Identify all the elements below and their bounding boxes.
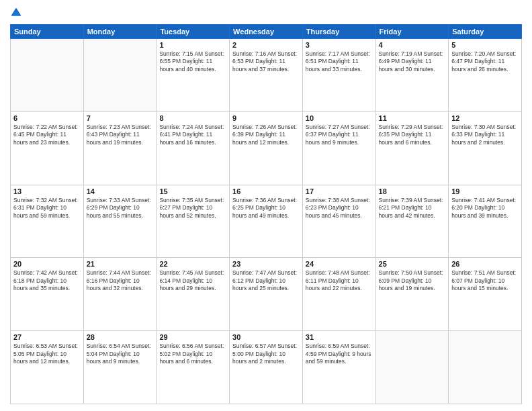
day-number: 19 [451,187,519,195]
calendar-cell: 11Sunrise: 7:29 AM Sunset: 6:35 PM Dayli… [375,111,449,185]
calendar-cell [449,331,522,404]
calendar-cell: 23Sunrise: 7:47 AM Sunset: 6:12 PM Dayli… [230,258,303,331]
day-info: Sunrise: 7:29 AM Sunset: 6:35 PM Dayligh… [379,124,446,146]
day-number: 12 [451,114,519,122]
day-number: 2 [232,41,300,49]
day-info: Sunrise: 7:17 AM Sunset: 6:51 PM Dayligh… [306,50,373,73]
day-number: 21 [87,260,154,268]
day-number: 25 [379,260,446,268]
day-number: 20 [13,260,81,268]
day-number: 1 [159,41,226,49]
day-number: 27 [13,333,81,341]
calendar-cell: 9Sunrise: 7:26 AM Sunset: 6:39 PM Daylig… [230,111,303,185]
day-info: Sunrise: 7:35 AM Sunset: 6:27 PM Dayligh… [159,197,226,220]
day-number: 8 [159,114,226,122]
day-number: 30 [232,333,300,341]
logo-icon [10,7,22,19]
day-info: Sunrise: 7:45 AM Sunset: 6:14 PM Dayligh… [159,269,226,292]
col-monday: Monday [83,25,157,39]
day-info: Sunrise: 7:41 AM Sunset: 6:20 PM Dayligh… [451,197,519,220]
day-info: Sunrise: 7:42 AM Sunset: 6:18 PM Dayligh… [13,269,81,292]
day-info: Sunrise: 6:57 AM Sunset: 5:00 PM Dayligh… [232,342,300,365]
col-thursday: Thursday [302,25,375,39]
day-info: Sunrise: 7:47 AM Sunset: 6:12 PM Dayligh… [232,269,300,292]
calendar-table: Sunday Monday Tuesday Wednesday Thursday… [10,24,522,404]
col-saturday: Saturday [449,25,522,39]
col-friday: Friday [375,25,449,39]
calendar-cell: 29Sunrise: 6:56 AM Sunset: 5:02 PM Dayli… [157,331,230,404]
day-info: Sunrise: 7:30 AM Sunset: 6:33 PM Dayligh… [451,124,519,146]
day-number: 5 [451,41,519,49]
calendar-cell: 19Sunrise: 7:41 AM Sunset: 6:20 PM Dayli… [449,185,522,258]
logo [10,7,24,19]
day-info: Sunrise: 7:33 AM Sunset: 6:29 PM Dayligh… [87,197,154,220]
calendar-cell: 30Sunrise: 6:57 AM Sunset: 5:00 PM Dayli… [230,331,303,404]
calendar-week-2: 13Sunrise: 7:32 AM Sunset: 6:31 PM Dayli… [11,185,522,258]
day-number: 24 [306,260,373,268]
calendar-cell: 1Sunrise: 7:15 AM Sunset: 6:55 PM Daylig… [157,39,230,112]
calendar-cell: 15Sunrise: 7:35 AM Sunset: 6:27 PM Dayli… [157,185,230,258]
day-info: Sunrise: 6:53 AM Sunset: 5:05 PM Dayligh… [13,342,81,365]
calendar-cell: 7Sunrise: 7:23 AM Sunset: 6:43 PM Daylig… [83,111,157,185]
calendar-cell: 20Sunrise: 7:42 AM Sunset: 6:18 PM Dayli… [11,258,84,331]
calendar-cell: 12Sunrise: 7:30 AM Sunset: 6:33 PM Dayli… [449,111,522,185]
calendar-cell: 21Sunrise: 7:44 AM Sunset: 6:16 PM Dayli… [83,258,157,331]
day-info: Sunrise: 7:27 AM Sunset: 6:37 PM Dayligh… [306,124,373,146]
calendar-cell [83,39,157,112]
day-number: 28 [87,333,154,341]
day-number: 9 [232,114,300,122]
col-sunday: Sunday [11,25,84,39]
day-info: Sunrise: 7:44 AM Sunset: 6:16 PM Dayligh… [87,269,154,292]
day-info: Sunrise: 7:32 AM Sunset: 6:31 PM Dayligh… [13,197,81,220]
day-number: 3 [306,41,373,49]
calendar-cell: 25Sunrise: 7:50 AM Sunset: 6:09 PM Dayli… [375,258,449,331]
day-info: Sunrise: 7:22 AM Sunset: 6:45 PM Dayligh… [13,124,81,146]
calendar-week-3: 20Sunrise: 7:42 AM Sunset: 6:18 PM Dayli… [11,258,522,331]
day-number: 11 [379,114,446,122]
col-wednesday: Wednesday [230,25,303,39]
calendar-cell: 8Sunrise: 7:24 AM Sunset: 6:41 PM Daylig… [157,111,230,185]
calendar-cell: 24Sunrise: 7:48 AM Sunset: 6:11 PM Dayli… [302,258,375,331]
day-info: Sunrise: 7:16 AM Sunset: 6:53 PM Dayligh… [232,50,300,73]
day-info: Sunrise: 7:38 AM Sunset: 6:23 PM Dayligh… [306,197,373,220]
day-info: Sunrise: 7:15 AM Sunset: 6:55 PM Dayligh… [159,50,226,73]
calendar-cell [375,331,449,404]
day-number: 13 [13,187,81,195]
day-number: 22 [159,260,226,268]
day-number: 18 [379,187,446,195]
calendar-cell: 3Sunrise: 7:17 AM Sunset: 6:51 PM Daylig… [302,39,375,112]
day-info: Sunrise: 7:24 AM Sunset: 6:41 PM Dayligh… [159,124,226,146]
day-info: Sunrise: 7:48 AM Sunset: 6:11 PM Dayligh… [306,269,373,292]
day-number: 29 [159,333,226,341]
calendar-cell: 14Sunrise: 7:33 AM Sunset: 6:29 PM Dayli… [83,185,157,258]
day-info: Sunrise: 7:39 AM Sunset: 6:21 PM Dayligh… [379,197,446,220]
day-number: 4 [379,41,446,49]
day-info: Sunrise: 6:56 AM Sunset: 5:02 PM Dayligh… [159,342,226,365]
day-info: Sunrise: 7:19 AM Sunset: 6:49 PM Dayligh… [379,50,446,73]
calendar-cell: 18Sunrise: 7:39 AM Sunset: 6:21 PM Dayli… [375,185,449,258]
page: Sunday Monday Tuesday Wednesday Thursday… [0,0,532,411]
day-number: 23 [232,260,300,268]
calendar-week-4: 27Sunrise: 6:53 AM Sunset: 5:05 PM Dayli… [11,331,522,404]
day-info: Sunrise: 7:36 AM Sunset: 6:25 PM Dayligh… [232,197,300,220]
calendar-week-0: 1Sunrise: 7:15 AM Sunset: 6:55 PM Daylig… [11,39,522,112]
calendar-cell: 4Sunrise: 7:19 AM Sunset: 6:49 PM Daylig… [375,39,449,112]
day-number: 31 [306,333,373,341]
day-number: 17 [306,187,373,195]
calendar-cell: 10Sunrise: 7:27 AM Sunset: 6:37 PM Dayli… [302,111,375,185]
day-info: Sunrise: 7:20 AM Sunset: 6:47 PM Dayligh… [451,50,519,73]
calendar-cell: 17Sunrise: 7:38 AM Sunset: 6:23 PM Dayli… [302,185,375,258]
calendar-cell: 13Sunrise: 7:32 AM Sunset: 6:31 PM Dayli… [11,185,84,258]
day-info: Sunrise: 7:26 AM Sunset: 6:39 PM Dayligh… [232,124,300,146]
day-number: 6 [13,114,81,122]
day-info: Sunrise: 7:50 AM Sunset: 6:09 PM Dayligh… [379,269,446,292]
day-number: 16 [232,187,300,195]
calendar-cell: 5Sunrise: 7:20 AM Sunset: 6:47 PM Daylig… [449,39,522,112]
calendar-week-1: 6Sunrise: 7:22 AM Sunset: 6:45 PM Daylig… [11,111,522,185]
day-info: Sunrise: 7:23 AM Sunset: 6:43 PM Dayligh… [87,124,154,146]
calendar-cell: 16Sunrise: 7:36 AM Sunset: 6:25 PM Dayli… [230,185,303,258]
calendar-cell: 26Sunrise: 7:51 AM Sunset: 6:07 PM Dayli… [449,258,522,331]
calendar-cell: 27Sunrise: 6:53 AM Sunset: 5:05 PM Dayli… [11,331,84,404]
calendar-cell: 22Sunrise: 7:45 AM Sunset: 6:14 PM Dayli… [157,258,230,331]
day-number: 15 [159,187,226,195]
